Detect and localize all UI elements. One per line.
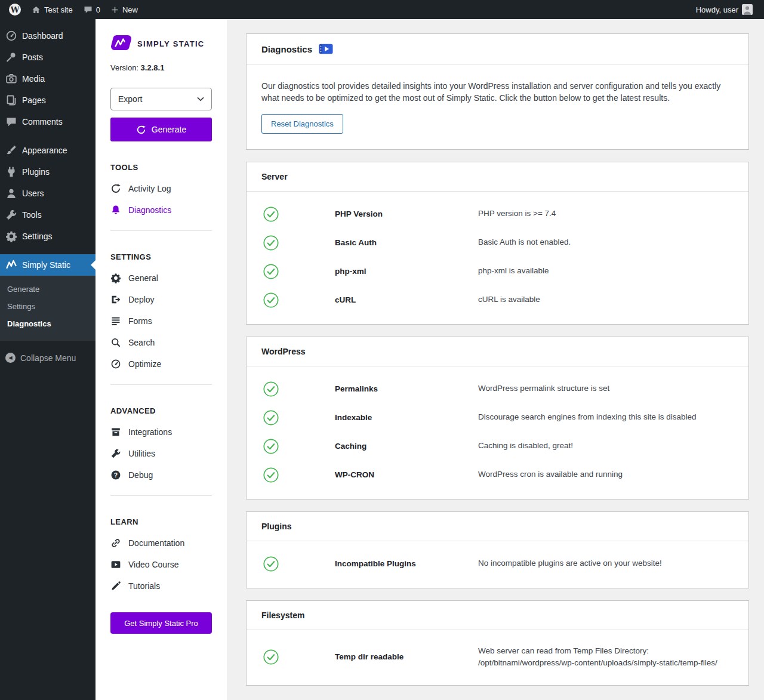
nav-item-label: Tutorials	[128, 581, 160, 591]
lines-icon	[110, 316, 121, 326]
nav-item-diagnostics[interactable]: Diagnostics	[110, 199, 212, 221]
diagnostic-status: Discourage search engines from indexing …	[478, 411, 732, 423]
row-icon-cell	[263, 292, 335, 308]
reset-diagnostics-button[interactable]: Reset Diagnostics	[261, 114, 343, 134]
nav-item-label: General	[128, 273, 158, 283]
wrench-icon	[110, 448, 121, 459]
tools-nav: Activity Log Diagnostics	[110, 178, 212, 221]
nav-item-label: Forms	[128, 316, 152, 326]
nav-item-utilities[interactable]: Utilities	[110, 443, 212, 464]
gear-icon	[110, 273, 121, 283]
nav-item-debug[interactable]: ? Debug	[110, 464, 212, 486]
box-icon	[110, 427, 121, 437]
diagnostic-rows: Temp dir readable Web server can read fr…	[247, 630, 748, 686]
nav-item-search[interactable]: Search	[110, 332, 212, 353]
sidebar-item-plugins[interactable]: Plugins	[0, 161, 96, 183]
plugins-card: Plugins Incompatible Plugins No incompat…	[246, 511, 749, 588]
sidebar-item-label: Users	[22, 188, 44, 199]
row-icon-cell	[263, 264, 335, 279]
settings-nav: General Deploy Forms Search Optimize	[110, 267, 212, 375]
get-pro-button[interactable]: Get Simply Static Pro	[110, 612, 212, 634]
sidebar-item-appearance[interactable]: Appearance	[0, 140, 96, 161]
refresh-icon	[136, 125, 146, 135]
diagnostic-rows: Permalinks WordPress permalink structure…	[247, 366, 748, 499]
export-select[interactable]: Export	[110, 88, 212, 110]
learn-heading: LEARN	[110, 517, 212, 526]
wordpress-menu[interactable]: W	[4, 0, 26, 19]
row-icon-cell	[263, 649, 335, 665]
diagnostic-status: Caching is disabled, great!	[478, 440, 732, 452]
panel-divider	[110, 495, 212, 496]
diagnostic-label: WP-CRON	[335, 470, 478, 479]
section-title: Server	[247, 162, 748, 192]
nav-item-deploy[interactable]: Deploy	[110, 289, 212, 310]
sidebar-item-posts[interactable]: Posts	[0, 47, 96, 68]
success-check-icon	[263, 292, 279, 308]
server-card: Server PHP Version PHP version is >= 7.4…	[246, 162, 749, 325]
diagnostic-status: Web server can read from Temp Files Dire…	[478, 645, 732, 670]
sidebar-item-pages[interactable]: Pages	[0, 90, 96, 111]
search-icon	[110, 337, 121, 348]
sidebar-item-dashboard[interactable]: Dashboard	[0, 25, 96, 47]
generate-label: Generate	[152, 125, 186, 134]
account-menu[interactable]: Howdy, user	[691, 0, 758, 19]
sidebar-item-label: Comments	[22, 116, 63, 127]
nav-item-activity-log[interactable]: Activity Log	[110, 178, 212, 199]
admin-bar-comments[interactable]: 0	[78, 0, 106, 19]
activity-log-icon	[110, 183, 121, 194]
dashboard-icon	[5, 30, 17, 42]
diagnostic-row: WP-CRON WordPress cron is available and …	[247, 461, 748, 489]
sidebar-item-users[interactable]: Users	[0, 183, 96, 204]
comment-bubble-icon	[5, 116, 17, 128]
new-content-menu[interactable]: New	[106, 0, 143, 19]
version-text: Version: 3.2.8.1	[110, 63, 212, 72]
wp-admin-menu: Dashboard Posts Media Pages Comments App…	[0, 19, 96, 700]
main-content: Diagnostics Our diagnostics tool provide…	[227, 19, 764, 700]
sidebar-item-tools[interactable]: Tools	[0, 204, 96, 226]
nav-item-integrations[interactable]: Integrations	[110, 421, 212, 443]
intro-description: Our diagnostics tool provides detailed i…	[261, 80, 733, 104]
sidebar-item-label: Posts	[22, 52, 43, 63]
sidebar-item-simply-static[interactable]: Simply Static	[0, 254, 96, 276]
submenu-item-settings[interactable]: Settings	[0, 298, 96, 315]
submenu-item-diagnostics[interactable]: Diagnostics	[0, 315, 96, 332]
help-icon: ?	[110, 470, 121, 480]
intro-card-header: Diagnostics	[247, 34, 748, 64]
nav-item-video-course[interactable]: Video Course	[110, 554, 212, 575]
intro-card-body: Our diagnostics tool provides detailed i…	[247, 64, 748, 149]
row-icon-cell	[263, 206, 335, 222]
diagnostic-label: Incompatible Plugins	[335, 559, 478, 568]
diagnostic-row: php-xml php-xml is available	[247, 257, 748, 286]
plus-icon	[111, 6, 119, 14]
diagnostic-label: Permalinks	[335, 384, 478, 393]
row-icon-cell	[263, 381, 335, 397]
nav-item-forms[interactable]: Forms	[110, 310, 212, 332]
nav-item-general[interactable]: General	[110, 267, 212, 289]
sidebar-item-settings[interactable]: Settings	[0, 226, 96, 247]
nav-item-documentation[interactable]: Documentation	[110, 532, 212, 554]
diagnostics-intro-card: Diagnostics Our diagnostics tool provide…	[246, 33, 749, 150]
comments-bubble-icon	[84, 5, 93, 14]
diagnostic-label: Caching	[335, 442, 478, 451]
generate-button[interactable]: Generate	[110, 118, 212, 141]
panel-divider	[110, 384, 212, 385]
collapse-menu-button[interactable]: ◀ Collapse Menu	[0, 347, 96, 369]
nav-item-optimize[interactable]: Optimize	[110, 353, 212, 375]
export-arrow-icon	[110, 294, 121, 305]
success-check-icon	[263, 649, 279, 665]
submenu-item-generate[interactable]: Generate	[0, 280, 96, 298]
row-icon-cell	[263, 439, 335, 454]
admin-bar: W Test site 0 New Howdy, user	[0, 0, 764, 19]
arrow-left-icon: ◀	[5, 353, 16, 363]
video-player-icon	[110, 559, 121, 570]
sidebar-item-comments[interactable]: Comments	[0, 111, 96, 132]
row-icon-cell	[263, 235, 335, 251]
nav-item-tutorials[interactable]: Tutorials	[110, 575, 212, 597]
sidebar-item-label: Media	[22, 73, 45, 84]
site-name-link[interactable]: Test site	[26, 0, 78, 19]
filesystem-card: Filesystem Temp dir readable Web server …	[246, 600, 749, 686]
diagnostic-row: Incompatible Plugins No incompatible plu…	[247, 550, 748, 578]
sidebar-item-media[interactable]: Media	[0, 68, 96, 90]
diagnostic-row: Indexable Discourage search engines from…	[247, 403, 748, 432]
video-icon[interactable]	[319, 44, 333, 54]
